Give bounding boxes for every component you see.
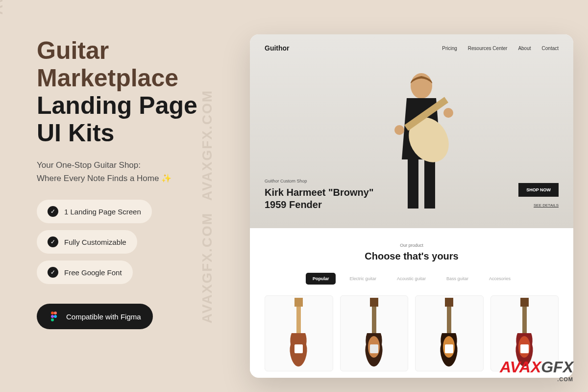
nav-links: Pricing Resources Center About Contact: [442, 46, 559, 51]
title-word-4: UI Kits: [37, 119, 114, 147]
svg-point-3: [54, 315, 57, 318]
logo[interactable]: Guithor: [265, 44, 290, 52]
nav-bar: Guithor Pricing Resources Center About C…: [250, 44, 573, 52]
feature-pill: ✓ Free Google Font: [37, 261, 133, 284]
hero-cta: SHOP NOW SEE DETAILS: [518, 183, 559, 209]
subtitle: Your One-Stop Guitar Shop: Where Every N…: [37, 158, 223, 185]
figma-badge: Compatible with Figma: [37, 304, 153, 329]
svg-rect-13: [294, 298, 303, 307]
svg-rect-7: [424, 159, 435, 209]
nav-link-pricing[interactable]: Pricing: [442, 46, 457, 51]
title-word-1: Guitar: [37, 37, 109, 64]
hero-eyebrow: Guithor Custom Shop: [265, 179, 373, 183]
guitar-icon: [363, 298, 385, 369]
check-icon: ✓: [48, 267, 58, 278]
guitar-icon: [438, 298, 460, 369]
products-eyebrow: Our product: [265, 243, 559, 248]
svg-point-0: [51, 312, 54, 314]
title-word-3: Landing Page: [37, 92, 197, 119]
product-card[interactable]: [415, 295, 484, 371]
svg-rect-6: [408, 159, 418, 209]
template-preview: Guithor Pricing Resources Center About C…: [250, 34, 573, 378]
hero-person-image: [372, 61, 470, 209]
svg-rect-26: [520, 344, 529, 353]
svg-point-11: [443, 108, 453, 118]
feature-pill: ✓ Fully Customizable: [37, 230, 137, 254]
feature-label: Fully Customizable: [64, 238, 126, 246]
product-card[interactable]: [340, 295, 409, 371]
brand-red: AVAX: [500, 358, 541, 376]
product-card[interactable]: [265, 295, 333, 371]
tab-acoustic[interactable]: Acoustic guitar: [390, 273, 433, 285]
svg-rect-16: [370, 298, 378, 307]
feature-label: 1 Landing Page Screen: [64, 208, 141, 216]
product-tabs: Popular Electric guitar Acoustic guitar …: [265, 273, 559, 285]
brand-gray: GFX: [541, 358, 573, 376]
tab-popular[interactable]: Popular: [306, 273, 336, 285]
svg-rect-20: [445, 298, 453, 307]
nav-link-resources[interactable]: Resources Center: [468, 46, 508, 51]
nav-link-about[interactable]: About: [518, 46, 531, 51]
brand-watermark: AVAXGFX .COM: [500, 358, 573, 382]
tab-electric[interactable]: Electric guitar: [343, 273, 383, 285]
nav-link-contact[interactable]: Contact: [542, 46, 559, 51]
promo-panel: Guitar Marketplace Landing Page UI Kits …: [37, 37, 223, 329]
watermark: AVAXGFX.COM: [0, 0, 6, 15]
svg-rect-22: [445, 344, 453, 353]
tab-accessories[interactable]: Accesories: [482, 273, 517, 285]
products-title: Choose that's yours: [265, 251, 559, 262]
check-icon: ✓: [48, 236, 58, 247]
shop-now-button[interactable]: SHOP NOW: [518, 183, 559, 197]
svg-point-10: [394, 125, 404, 135]
figma-icon: [49, 311, 60, 322]
figma-label: Compatible with Figma: [66, 313, 141, 321]
svg-point-2: [51, 315, 54, 318]
svg-point-4: [51, 318, 54, 321]
feature-label: Free Google Font: [64, 268, 122, 277]
tab-bass[interactable]: Bass guitar: [440, 273, 475, 285]
svg-rect-24: [520, 298, 529, 307]
products-section: Our product Choose that's yours Popular …: [250, 228, 573, 371]
guitar-icon: [288, 298, 310, 369]
hero-text: Guithor Custom Shop Kirk Harmeet "Browny…: [265, 179, 373, 211]
hero-section: Guithor Pricing Resources Center About C…: [250, 34, 573, 228]
svg-rect-18: [370, 344, 378, 353]
title-word-2: Marketplace: [37, 64, 178, 92]
hero-title: Kirk Harmeet "Browny" 1959 Fender: [265, 186, 373, 211]
check-icon: ✓: [48, 206, 58, 217]
feature-pill: ✓ 1 Landing Page Screen: [37, 200, 152, 223]
svg-point-1: [54, 312, 57, 314]
main-title: Guitar Marketplace Landing Page UI Kits: [37, 37, 223, 147]
svg-rect-14: [294, 344, 303, 353]
brand-com: .COM: [500, 376, 573, 382]
see-details-link[interactable]: SEE DETAILS: [534, 203, 559, 208]
